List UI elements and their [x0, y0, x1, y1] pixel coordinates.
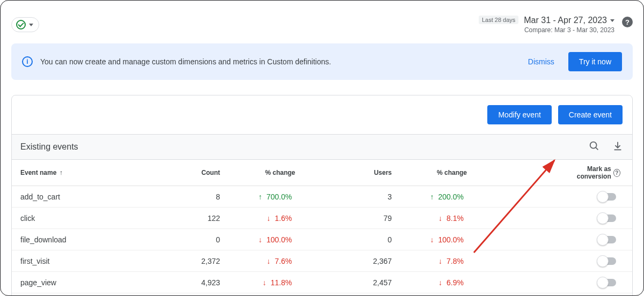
users-value: 2,457 — [299, 278, 396, 287]
pct-change-1: ↓7.6% — [224, 257, 299, 265]
chevron-down-icon — [610, 19, 614, 22]
existing-events-header: Existing events — [12, 134, 632, 160]
banner-text: You can now create and manage custom dim… — [40, 57, 514, 66]
chevron-down-icon — [29, 24, 33, 26]
table-row: file_download0↓100.0%0↓100.0% — [12, 229, 632, 250]
date-range-selector[interactable]: Last 28 days Mar 31 - Apr 27, 2023 — [479, 16, 614, 25]
count-value: 122 — [160, 214, 224, 223]
col-users[interactable]: Users — [299, 169, 396, 176]
pct-change-2: ↓7.8% — [396, 257, 471, 265]
svg-point-0 — [590, 142, 597, 149]
arrow-down-icon: ↓ — [438, 278, 442, 287]
check-circle-icon — [16, 20, 26, 29]
pct-change-1: ↓100.0% — [224, 235, 299, 244]
users-value: 0 — [299, 235, 396, 244]
conversion-toggle[interactable] — [598, 257, 616, 265]
events-card: Modify event Create event Existing event… — [11, 95, 633, 295]
pct-change-2: ↓8.1% — [396, 214, 471, 223]
conversion-toggle[interactable] — [598, 279, 616, 286]
event-name[interactable]: file_download — [20, 235, 160, 244]
event-name[interactable]: add_to_cart — [20, 193, 160, 201]
users-value: 3 — [299, 193, 396, 201]
table-row: click122↓1.6%79↓8.1% — [12, 208, 632, 229]
col-mark-conversion: Mark as conversion? — [559, 165, 624, 180]
arrow-down-icon: ↓ — [438, 214, 442, 223]
users-value: 2,367 — [299, 257, 396, 265]
arrow-up-icon: ↑ — [430, 193, 434, 201]
event-name[interactable]: click — [20, 214, 160, 223]
info-banner: i You can now create and manage custom d… — [11, 43, 633, 80]
col-event-name[interactable]: Event name ↑ — [20, 169, 160, 176]
pct-change-2: ↑200.0% — [396, 193, 471, 201]
arrow-down-icon: ↓ — [259, 235, 262, 244]
pct-change-1: ↑700.0% — [224, 193, 299, 201]
table-row: page_view4,923↓11.8%2,457↓6.9% — [12, 272, 632, 293]
pct-change-1: ↓1.6% — [224, 214, 299, 223]
top-bar: Last 28 days Mar 31 - Apr 27, 2023 Compa… — [11, 1, 633, 39]
col-pct-change-1[interactable]: % change — [224, 169, 299, 176]
conversion-toggle[interactable] — [598, 236, 616, 243]
table-row: scroll1,409↓10.0%700↓22.2% — [12, 293, 632, 295]
modify-event-button[interactable]: Modify event — [487, 105, 551, 124]
help-icon[interactable]: ? — [622, 17, 633, 27]
create-event-button[interactable]: Create event — [558, 105, 623, 124]
users-value: 79 — [299, 214, 396, 223]
count-value: 8 — [160, 193, 224, 201]
pct-change-1: ↓11.8% — [224, 278, 299, 287]
event-name[interactable]: first_visit — [20, 257, 160, 265]
download-icon[interactable] — [612, 140, 624, 154]
arrow-down-icon: ↓ — [267, 257, 270, 265]
count-value: 2,372 — [160, 257, 224, 265]
compare-range-text: Compare: Mar 3 - Mar 30, 2023 — [479, 26, 614, 34]
event-name[interactable]: page_view — [20, 278, 160, 287]
info-icon: i — [22, 56, 33, 67]
sort-asc-icon: ↑ — [57, 169, 62, 176]
arrow-down-icon: ↓ — [438, 257, 442, 265]
arrow-down-icon: ↓ — [267, 214, 270, 223]
arrow-down-icon: ↓ — [430, 235, 434, 244]
search-icon[interactable] — [588, 140, 600, 154]
help-icon[interactable]: ? — [613, 169, 620, 177]
col-pct-change-2[interactable]: % change — [396, 169, 471, 176]
conversion-toggle[interactable] — [598, 193, 616, 201]
table-row: add_to_cart8↑700.0%3↑200.0% — [12, 186, 632, 208]
svg-line-1 — [596, 147, 598, 150]
table-header: Event name ↑ Count % change Users % chan… — [12, 160, 632, 186]
dismiss-button[interactable]: Dismiss — [522, 53, 561, 70]
status-chip[interactable] — [11, 17, 39, 32]
pct-change-2: ↓100.0% — [396, 235, 471, 244]
count-value: 4,923 — [160, 278, 224, 287]
table-row: first_visit2,372↓7.6%2,367↓7.8% — [12, 250, 632, 272]
date-preset-badge: Last 28 days — [479, 16, 518, 24]
count-value: 0 — [160, 235, 224, 244]
date-range-text: Mar 31 - Apr 27, 2023 — [524, 16, 607, 25]
conversion-toggle[interactable] — [598, 214, 616, 222]
section-title: Existing events — [20, 142, 78, 152]
pct-change-2: ↓6.9% — [396, 278, 471, 287]
arrow-up-icon: ↑ — [259, 193, 262, 201]
try-it-now-button[interactable]: Try it now — [568, 52, 622, 71]
col-count[interactable]: Count — [160, 169, 224, 176]
arrow-down-icon: ↓ — [262, 278, 266, 287]
